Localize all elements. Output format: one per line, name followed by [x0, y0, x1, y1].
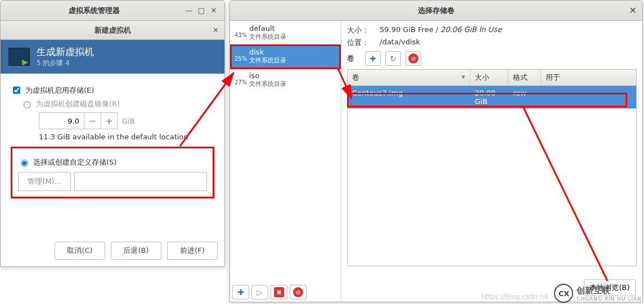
maximize-button[interactable]: □: [195, 4, 208, 17]
watermark: CX 创新互联 CHUANG XIN HU LIAN: [554, 284, 642, 303]
wizard-banner: 生成新虚拟机 5 的步骤 4: [1, 40, 224, 74]
dialog-title: 新建虚拟机: [94, 25, 131, 35]
banner-step: 5 的步骤 4: [37, 58, 94, 68]
pool-item-disk[interactable]: 25% disk 文件系统目录: [230, 44, 341, 68]
watermark-sub: CHUANG XIN HU LIAN: [577, 296, 642, 302]
stop-pool-button[interactable]: ✖: [271, 285, 287, 300]
forward-button[interactable]: 前进(F): [167, 242, 218, 260]
size-plus-button[interactable]: +: [101, 112, 118, 129]
create-disk-label: 为虚拟机创建磁盘镜像(R): [36, 99, 120, 109]
table-header: 卷▾ 大小 格式 用于: [348, 70, 636, 86]
vol-format: raw: [508, 86, 541, 108]
enable-storage-checkbox[interactable]: [13, 87, 20, 94]
col-size[interactable]: 大小: [470, 70, 508, 85]
back-button[interactable]: 后退(B): [111, 242, 161, 260]
volume-panel: 大小： 59.90 GiB Free / 20.06 GiB In Use 位置…: [341, 21, 642, 302]
sort-icon: ▾: [461, 72, 465, 83]
pool-name: iso: [249, 71, 286, 80]
storage-volume-window: 选择存储卷 ✕ 43% default 文件系统目录 25% disk 文件系统…: [229, 0, 643, 302]
pool-item-iso[interactable]: 27% iso 文件系统目录: [230, 68, 341, 92]
watermark-brand: 创新互联: [577, 285, 642, 296]
volume-label: 卷: [347, 53, 361, 63]
delete-pool-button[interactable]: ⊘: [290, 285, 307, 300]
close-button[interactable]: ✕: [208, 4, 220, 17]
col-used[interactable]: 用于: [541, 70, 636, 85]
size-label: 大小：: [347, 25, 375, 35]
enable-storage-label: 为虚拟机启用存储(E): [25, 85, 94, 96]
volume-row[interactable]: Centous7.img 20.00 GiB raw: [348, 86, 636, 108]
start-pool-button[interactable]: ▷: [251, 285, 268, 300]
delete-volume-button[interactable]: ⊘: [406, 51, 421, 66]
titlebar: 选择存储卷 ✕: [230, 1, 642, 21]
dialog-header: 新建虚拟机 ✕: [1, 21, 224, 40]
window-title: 选择存储卷: [235, 6, 638, 16]
custom-storage-highlight: 选择或创建自定义存储(S) 管理(M)...: [11, 147, 214, 198]
size-minus-button[interactable]: −: [84, 112, 101, 129]
window-title: 虚拟系统管理器: [5, 6, 183, 16]
pool-type: 文件系统目录: [249, 56, 286, 65]
volume-table: 卷▾ 大小 格式 用于 Centous7.img 20.00 GiB raw: [347, 69, 637, 266]
banner-title: 生成新虚拟机: [37, 46, 94, 58]
vol-name: Centous7.img: [348, 86, 470, 108]
manage-button[interactable]: 管理(M)...: [18, 172, 71, 191]
add-volume-button[interactable]: ✚: [365, 51, 381, 66]
create-disk-radio[interactable]: [24, 101, 31, 108]
titlebar: 虚拟系统管理器 — □ ✕: [1, 1, 224, 21]
col-volume[interactable]: 卷▾: [348, 70, 470, 85]
pool-name: disk: [249, 48, 286, 56]
col-format[interactable]: 格式: [508, 70, 541, 85]
disk-size-input[interactable]: [39, 112, 84, 129]
minimize-button[interactable]: —: [183, 4, 195, 17]
dialog-close-icon[interactable]: ✕: [213, 26, 219, 34]
cancel-button[interactable]: 取消(C): [55, 242, 105, 260]
size-value: 59.90 GiB Free / 20.06 GiB In Use: [380, 25, 502, 35]
watermark-logo-icon: CX: [554, 284, 573, 303]
pool-name: default: [249, 24, 286, 33]
add-pool-button[interactable]: ✚: [232, 285, 249, 300]
vm-icon: [8, 48, 30, 66]
vol-size: 20.00 GiB: [470, 86, 508, 108]
custom-storage-radio[interactable]: [21, 160, 28, 167]
available-space-text: 11.3 GiB available in the default locati…: [39, 133, 214, 141]
watermark-url: https://blog.csdn.ne: [481, 293, 548, 301]
close-button[interactable]: ✕: [629, 5, 637, 16]
location-label: 位置：: [347, 38, 375, 48]
location-value: /data/vdisk: [380, 38, 420, 48]
refresh-button[interactable]: ↻: [385, 51, 401, 66]
size-unit: GiB: [122, 117, 135, 125]
pool-usage-pct: 25%: [235, 48, 247, 62]
pool-type: 文件系统目录: [249, 33, 286, 41]
pool-usage-pct: 43%: [235, 24, 247, 38]
pool-type: 文件系统目录: [249, 80, 286, 88]
custom-path-input[interactable]: [74, 172, 207, 191]
pool-item-default[interactable]: 43% default 文件系统目录: [230, 21, 341, 44]
vol-used: [541, 86, 636, 108]
pool-usage-pct: 27%: [235, 71, 247, 85]
custom-storage-label: 选择或创建自定义存储(S): [33, 157, 116, 167]
virt-manager-window: 虚拟系统管理器 — □ ✕ 新建虚拟机 ✕ 生成新虚拟机 5 的步骤 4 为虚拟…: [0, 0, 225, 267]
storage-pool-list: 43% default 文件系统目录 25% disk 文件系统目录 27% i…: [230, 21, 341, 302]
